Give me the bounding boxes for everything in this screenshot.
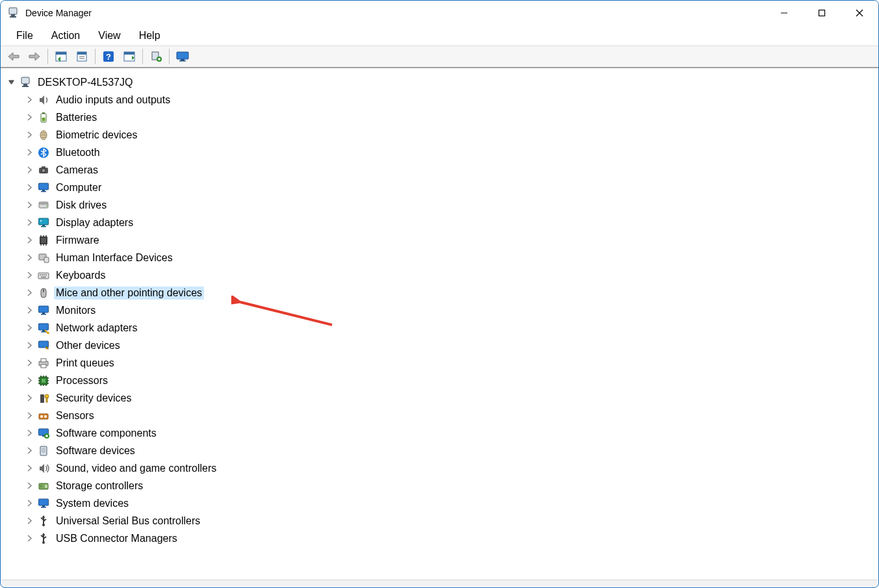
tree-node[interactable]: Software devices <box>24 442 877 459</box>
chevron-right-icon[interactable] <box>24 147 34 158</box>
toolbar-forward-button[interactable] <box>25 48 44 65</box>
chevron-right-icon[interactable] <box>24 305 34 316</box>
toolbar-properties-button[interactable] <box>73 48 91 65</box>
menu-file[interactable]: File <box>7 27 42 44</box>
chevron-right-icon[interactable] <box>24 358 34 368</box>
toolbar-add-hardware-button[interactable] <box>147 48 165 65</box>
tree-node[interactable]: USB Connector Managers <box>24 530 877 547</box>
chevron-right-icon[interactable] <box>24 498 34 509</box>
tree-node-label: Computer <box>54 181 103 194</box>
svg-rect-58 <box>40 274 41 275</box>
menu-action[interactable]: Action <box>42 27 89 44</box>
tree-node[interactable]: Keyboards <box>24 266 877 284</box>
tree-node[interactable]: Disk drives <box>24 196 877 214</box>
tree-node[interactable]: Biometric devices <box>24 126 877 144</box>
toolbar-help-button[interactable]: ? <box>99 48 118 65</box>
tree-node[interactable]: Batteries <box>24 109 877 126</box>
chevron-right-icon[interactable] <box>24 183 34 193</box>
tree-node[interactable]: Mice and other pointing devices <box>24 284 877 301</box>
tree-node-label: Biometric devices <box>54 129 139 142</box>
chevron-right-icon[interactable] <box>24 481 34 491</box>
tree-node[interactable]: Monitors <box>24 301 877 319</box>
menu-view[interactable]: View <box>89 27 129 44</box>
chevron-right-icon[interactable] <box>24 411 34 421</box>
chevron-right-icon[interactable] <box>24 393 34 403</box>
chevron-right-icon[interactable] <box>24 165 34 175</box>
tree-node[interactable]: !Other devices <box>24 337 877 354</box>
chevron-right-icon[interactable] <box>24 235 34 246</box>
chevron-right-icon[interactable] <box>24 130 34 140</box>
tree-node[interactable]: Computer <box>24 179 877 196</box>
toolbar-scan-hardware-button[interactable] <box>120 48 138 65</box>
chevron-right-icon[interactable] <box>24 270 34 281</box>
svg-rect-95 <box>46 398 47 402</box>
svg-rect-93 <box>40 394 44 403</box>
svg-rect-59 <box>42 274 43 275</box>
tree-children: Audio inputs and outputsBatteriesBiometr… <box>6 91 877 547</box>
chevron-right-icon[interactable] <box>24 288 34 298</box>
keyboard-icon <box>37 269 50 282</box>
tree-node-label: Keyboards <box>54 269 108 282</box>
tree-node[interactable]: Universal Serial Bus controllers <box>24 512 877 530</box>
svg-rect-67 <box>42 313 45 314</box>
chevron-right-icon[interactable] <box>24 516 34 526</box>
tree-node[interactable]: Network adapters <box>24 319 877 337</box>
chevron-right-icon[interactable] <box>24 463 34 474</box>
menubar: File Action View Help <box>1 25 878 46</box>
tree-root-node[interactable]: DESKTOP-4L537JQ <box>6 73 877 91</box>
tree-node-label: Print queues <box>54 357 116 370</box>
tree-node[interactable]: Human Interface Devices <box>24 249 877 266</box>
svg-rect-0 <box>9 8 17 14</box>
chevron-right-icon[interactable] <box>24 253 34 263</box>
minimize-button[interactable] <box>765 1 803 25</box>
disk-icon <box>37 199 50 212</box>
chevron-right-icon[interactable] <box>24 446 34 456</box>
svg-rect-8 <box>56 52 66 55</box>
svg-rect-110 <box>42 505 45 507</box>
toolbar-monitor-view-button[interactable] <box>173 48 192 65</box>
chevron-right-icon[interactable] <box>24 340 34 351</box>
tree-node[interactable]: Storage controllers <box>24 477 877 494</box>
display-adapter-icon <box>37 216 50 229</box>
toolbar-separator <box>169 49 170 64</box>
tree-node[interactable]: Audio inputs and outputs <box>24 91 877 109</box>
chevron-right-icon[interactable] <box>24 376 34 386</box>
tree-node[interactable]: System devices <box>24 494 877 512</box>
menu-help[interactable]: Help <box>130 27 170 44</box>
tree-node[interactable]: Cameras <box>24 161 877 179</box>
tree-node[interactable]: Processors <box>24 372 877 389</box>
tree-node-label: Software components <box>54 427 159 440</box>
svg-marker-117 <box>42 533 45 535</box>
tree-node[interactable]: Software components <box>24 424 877 442</box>
tree-node[interactable]: Security devices <box>24 389 877 407</box>
close-button[interactable] <box>841 1 878 25</box>
chevron-right-icon[interactable] <box>24 428 34 439</box>
chevron-right-icon[interactable] <box>24 112 34 123</box>
maximize-button[interactable] <box>803 1 841 25</box>
monitor-icon <box>37 181 50 194</box>
tree-node[interactable]: Firmware <box>24 231 877 249</box>
tree-node-label: Sensors <box>54 409 96 422</box>
tree-node[interactable]: Sensors <box>24 407 877 424</box>
tree-pane[interactable]: DESKTOP-4L537JQ Audio inputs and outputs… <box>2 70 877 580</box>
chevron-right-icon[interactable] <box>24 323 34 333</box>
toolbar-console-tree-button[interactable] <box>52 48 70 65</box>
chevron-right-icon[interactable] <box>24 200 34 211</box>
toolbar-back-button[interactable] <box>5 48 23 65</box>
svg-rect-80 <box>42 379 45 383</box>
tree-node-label: Storage controllers <box>54 479 145 492</box>
svg-rect-70 <box>42 330 45 331</box>
tree-node[interactable]: Bluetooth <box>24 144 877 161</box>
tree-node[interactable]: Sound, video and game controllers <box>24 459 877 477</box>
chevron-right-icon[interactable] <box>24 533 34 544</box>
svg-rect-56 <box>44 257 49 262</box>
svg-point-98 <box>44 415 47 418</box>
tree-node[interactable]: Print queues <box>24 354 877 372</box>
chevron-down-icon[interactable] <box>6 77 16 88</box>
chevron-right-icon[interactable] <box>24 218 34 228</box>
tree-node-label: Bluetooth <box>54 146 102 159</box>
chevron-right-icon[interactable] <box>24 95 34 105</box>
battery-icon <box>37 111 50 124</box>
usb-icon <box>37 515 50 528</box>
tree-node[interactable]: Display adapters <box>24 214 877 231</box>
